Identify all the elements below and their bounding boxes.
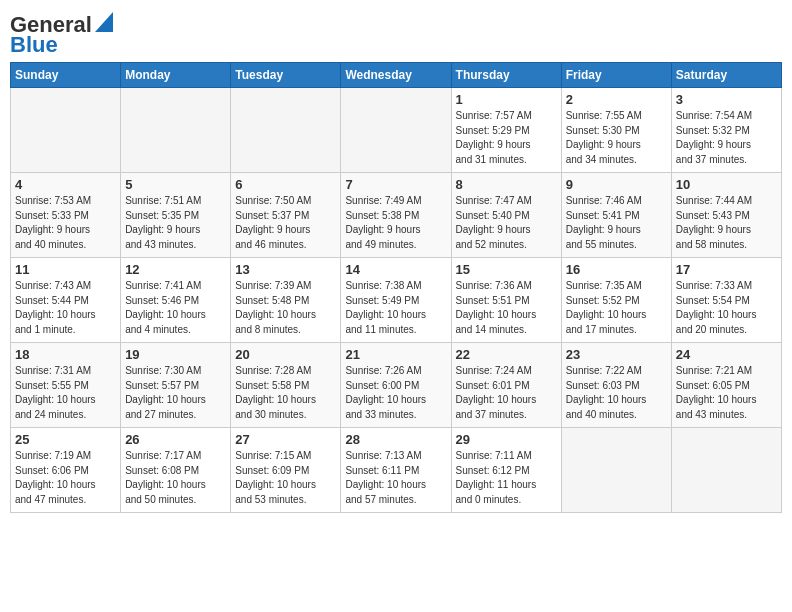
weekday-header-wednesday: Wednesday: [341, 63, 451, 88]
day-number: 28: [345, 432, 446, 447]
day-number: 10: [676, 177, 777, 192]
weekday-header-saturday: Saturday: [671, 63, 781, 88]
weekday-header-tuesday: Tuesday: [231, 63, 341, 88]
day-number: 22: [456, 347, 557, 362]
calendar-cell: 11Sunrise: 7:43 AM Sunset: 5:44 PM Dayli…: [11, 258, 121, 343]
calendar-cell: 24Sunrise: 7:21 AM Sunset: 6:05 PM Dayli…: [671, 343, 781, 428]
day-info: Sunrise: 7:15 AM Sunset: 6:09 PM Dayligh…: [235, 449, 336, 507]
calendar-cell: [11, 88, 121, 173]
day-number: 14: [345, 262, 446, 277]
day-info: Sunrise: 7:55 AM Sunset: 5:30 PM Dayligh…: [566, 109, 667, 167]
calendar-cell: 18Sunrise: 7:31 AM Sunset: 5:55 PM Dayli…: [11, 343, 121, 428]
calendar-cell: 19Sunrise: 7:30 AM Sunset: 5:57 PM Dayli…: [121, 343, 231, 428]
day-info: Sunrise: 7:33 AM Sunset: 5:54 PM Dayligh…: [676, 279, 777, 337]
calendar-cell: 14Sunrise: 7:38 AM Sunset: 5:49 PM Dayli…: [341, 258, 451, 343]
week-row-1: 1Sunrise: 7:57 AM Sunset: 5:29 PM Daylig…: [11, 88, 782, 173]
day-info: Sunrise: 7:31 AM Sunset: 5:55 PM Dayligh…: [15, 364, 116, 422]
calendar-cell: 27Sunrise: 7:15 AM Sunset: 6:09 PM Dayli…: [231, 428, 341, 513]
day-info: Sunrise: 7:30 AM Sunset: 5:57 PM Dayligh…: [125, 364, 226, 422]
day-number: 6: [235, 177, 336, 192]
logo: General Blue: [10, 14, 113, 56]
day-info: Sunrise: 7:41 AM Sunset: 5:46 PM Dayligh…: [125, 279, 226, 337]
calendar-cell: [671, 428, 781, 513]
day-info: Sunrise: 7:53 AM Sunset: 5:33 PM Dayligh…: [15, 194, 116, 252]
day-info: Sunrise: 7:21 AM Sunset: 6:05 PM Dayligh…: [676, 364, 777, 422]
svg-marker-0: [95, 12, 113, 32]
day-number: 15: [456, 262, 557, 277]
day-info: Sunrise: 7:22 AM Sunset: 6:03 PM Dayligh…: [566, 364, 667, 422]
calendar-cell: 8Sunrise: 7:47 AM Sunset: 5:40 PM Daylig…: [451, 173, 561, 258]
weekday-header-sunday: Sunday: [11, 63, 121, 88]
day-number: 18: [15, 347, 116, 362]
calendar-table: SundayMondayTuesdayWednesdayThursdayFrid…: [10, 62, 782, 513]
day-number: 8: [456, 177, 557, 192]
calendar-cell: 1Sunrise: 7:57 AM Sunset: 5:29 PM Daylig…: [451, 88, 561, 173]
day-info: Sunrise: 7:43 AM Sunset: 5:44 PM Dayligh…: [15, 279, 116, 337]
calendar-cell: 15Sunrise: 7:36 AM Sunset: 5:51 PM Dayli…: [451, 258, 561, 343]
day-info: Sunrise: 7:51 AM Sunset: 5:35 PM Dayligh…: [125, 194, 226, 252]
week-row-2: 4Sunrise: 7:53 AM Sunset: 5:33 PM Daylig…: [11, 173, 782, 258]
weekday-header-thursday: Thursday: [451, 63, 561, 88]
day-number: 26: [125, 432, 226, 447]
day-info: Sunrise: 7:39 AM Sunset: 5:48 PM Dayligh…: [235, 279, 336, 337]
day-number: 1: [456, 92, 557, 107]
day-number: 3: [676, 92, 777, 107]
week-row-5: 25Sunrise: 7:19 AM Sunset: 6:06 PM Dayli…: [11, 428, 782, 513]
day-number: 24: [676, 347, 777, 362]
calendar-cell: 4Sunrise: 7:53 AM Sunset: 5:33 PM Daylig…: [11, 173, 121, 258]
calendar-cell: 20Sunrise: 7:28 AM Sunset: 5:58 PM Dayli…: [231, 343, 341, 428]
day-number: 5: [125, 177, 226, 192]
day-number: 7: [345, 177, 446, 192]
day-info: Sunrise: 7:44 AM Sunset: 5:43 PM Dayligh…: [676, 194, 777, 252]
day-info: Sunrise: 7:49 AM Sunset: 5:38 PM Dayligh…: [345, 194, 446, 252]
calendar-cell: 28Sunrise: 7:13 AM Sunset: 6:11 PM Dayli…: [341, 428, 451, 513]
calendar-cell: 29Sunrise: 7:11 AM Sunset: 6:12 PM Dayli…: [451, 428, 561, 513]
day-number: 9: [566, 177, 667, 192]
calendar-cell: 3Sunrise: 7:54 AM Sunset: 5:32 PM Daylig…: [671, 88, 781, 173]
weekday-header-monday: Monday: [121, 63, 231, 88]
calendar-cell: 25Sunrise: 7:19 AM Sunset: 6:06 PM Dayli…: [11, 428, 121, 513]
calendar-cell: [341, 88, 451, 173]
day-number: 4: [15, 177, 116, 192]
calendar-cell: 10Sunrise: 7:44 AM Sunset: 5:43 PM Dayli…: [671, 173, 781, 258]
day-number: 19: [125, 347, 226, 362]
calendar-cell: [561, 428, 671, 513]
day-info: Sunrise: 7:13 AM Sunset: 6:11 PM Dayligh…: [345, 449, 446, 507]
logo-text2: Blue: [10, 34, 58, 56]
day-number: 12: [125, 262, 226, 277]
logo-icon: [95, 12, 113, 32]
day-info: Sunrise: 7:24 AM Sunset: 6:01 PM Dayligh…: [456, 364, 557, 422]
day-info: Sunrise: 7:46 AM Sunset: 5:41 PM Dayligh…: [566, 194, 667, 252]
calendar-cell: 5Sunrise: 7:51 AM Sunset: 5:35 PM Daylig…: [121, 173, 231, 258]
calendar-cell: [121, 88, 231, 173]
day-info: Sunrise: 7:50 AM Sunset: 5:37 PM Dayligh…: [235, 194, 336, 252]
calendar-cell: 2Sunrise: 7:55 AM Sunset: 5:30 PM Daylig…: [561, 88, 671, 173]
day-number: 20: [235, 347, 336, 362]
day-number: 17: [676, 262, 777, 277]
weekday-header-row: SundayMondayTuesdayWednesdayThursdayFrid…: [11, 63, 782, 88]
day-info: Sunrise: 7:36 AM Sunset: 5:51 PM Dayligh…: [456, 279, 557, 337]
day-number: 23: [566, 347, 667, 362]
calendar-cell: 13Sunrise: 7:39 AM Sunset: 5:48 PM Dayli…: [231, 258, 341, 343]
calendar-cell: 21Sunrise: 7:26 AM Sunset: 6:00 PM Dayli…: [341, 343, 451, 428]
day-info: Sunrise: 7:54 AM Sunset: 5:32 PM Dayligh…: [676, 109, 777, 167]
weekday-header-friday: Friday: [561, 63, 671, 88]
day-info: Sunrise: 7:47 AM Sunset: 5:40 PM Dayligh…: [456, 194, 557, 252]
day-info: Sunrise: 7:35 AM Sunset: 5:52 PM Dayligh…: [566, 279, 667, 337]
day-info: Sunrise: 7:17 AM Sunset: 6:08 PM Dayligh…: [125, 449, 226, 507]
week-row-3: 11Sunrise: 7:43 AM Sunset: 5:44 PM Dayli…: [11, 258, 782, 343]
calendar-cell: 23Sunrise: 7:22 AM Sunset: 6:03 PM Dayli…: [561, 343, 671, 428]
day-number: 16: [566, 262, 667, 277]
calendar-cell: 26Sunrise: 7:17 AM Sunset: 6:08 PM Dayli…: [121, 428, 231, 513]
calendar-cell: 7Sunrise: 7:49 AM Sunset: 5:38 PM Daylig…: [341, 173, 451, 258]
day-number: 11: [15, 262, 116, 277]
calendar-cell: 12Sunrise: 7:41 AM Sunset: 5:46 PM Dayli…: [121, 258, 231, 343]
week-row-4: 18Sunrise: 7:31 AM Sunset: 5:55 PM Dayli…: [11, 343, 782, 428]
day-number: 29: [456, 432, 557, 447]
calendar-cell: 22Sunrise: 7:24 AM Sunset: 6:01 PM Dayli…: [451, 343, 561, 428]
day-number: 25: [15, 432, 116, 447]
day-info: Sunrise: 7:26 AM Sunset: 6:00 PM Dayligh…: [345, 364, 446, 422]
day-number: 27: [235, 432, 336, 447]
page-header: General Blue: [10, 10, 782, 56]
calendar-cell: 9Sunrise: 7:46 AM Sunset: 5:41 PM Daylig…: [561, 173, 671, 258]
